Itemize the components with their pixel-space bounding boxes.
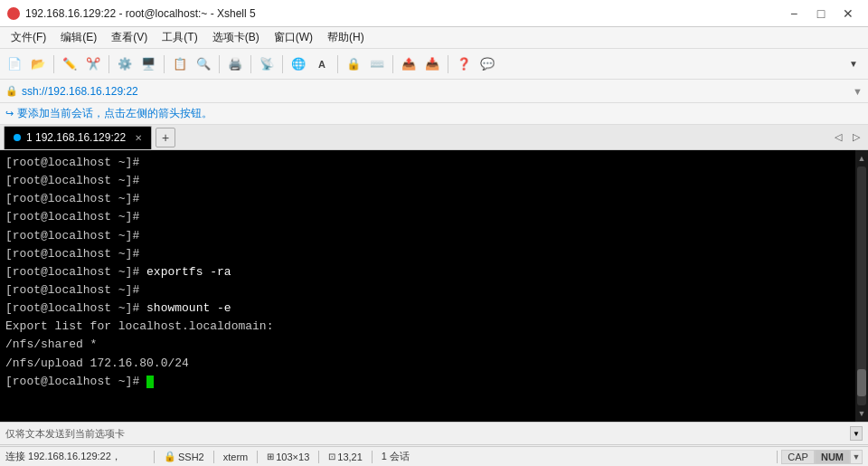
address-dropdown-icon[interactable]: ▼ xyxy=(853,86,863,97)
close-button[interactable]: ✕ xyxy=(835,5,861,23)
menu-edit[interactable]: 编辑(E) xyxy=(53,28,104,47)
tab-bar: 1 192.168.16.129:22 ✕ + ◁ ▷ xyxy=(0,125,868,150)
toolbar-lock[interactable]: 🔒 xyxy=(343,53,364,75)
toolbar-open[interactable]: 📂 xyxy=(27,53,49,75)
terminal-line-3: [root@localhost ~]# xyxy=(5,190,850,208)
menu-file[interactable]: 文件(F) xyxy=(4,28,53,47)
scroll-up-icon[interactable]: ▲ xyxy=(856,152,867,165)
scroll-down-icon[interactable]: ▼ xyxy=(856,407,867,420)
terminal-line-6: [root@localhost ~]# xyxy=(5,245,850,263)
sep5 xyxy=(250,55,251,73)
status-right: CAP NUM ▼ xyxy=(773,450,863,464)
toolbar-upload[interactable]: 📤 xyxy=(398,53,420,75)
terminal-line-5: [root@localhost ~]# xyxy=(5,227,850,245)
toolbar: 📄 📂 ✏️ ✂️ ⚙️ 🖥️ 📋 🔍 🖨️ 📡 🌐 A 🔒 ⌨️ 📤 📥 ❓ … xyxy=(0,49,868,80)
toolbar-chat[interactable]: 💬 xyxy=(476,53,498,75)
status-sep-3 xyxy=(257,451,258,463)
tab-nav-left[interactable]: ◁ xyxy=(830,129,846,146)
menu-bar: 文件(F) 编辑(E) 查看(V) 工具(T) 选项卡(B) 窗口(W) 帮助(… xyxy=(0,27,868,49)
size-icon: ⊞ xyxy=(267,452,274,461)
title-controls: − □ ✕ xyxy=(781,5,861,23)
status-ssh-label: SSH2 xyxy=(178,452,204,462)
status-term-label: xterm xyxy=(223,452,249,462)
status-sep-2 xyxy=(213,451,214,463)
toolbar-more[interactable]: ▼ xyxy=(843,53,864,75)
title-bar: 192.168.16.129:22 - root@localhost:~ - X… xyxy=(0,0,868,27)
status-size: ⊞ 103×13 xyxy=(261,452,315,462)
menu-tools[interactable]: 工具(T) xyxy=(155,28,204,47)
toolbar-download[interactable]: 📥 xyxy=(421,53,443,75)
toolbar-terminal[interactable]: 🖥️ xyxy=(137,53,159,75)
status-sep-1 xyxy=(154,451,155,463)
menu-window[interactable]: 窗口(W) xyxy=(267,28,320,47)
session-hint-bar: ↪ 要添加当前会话，点击左侧的箭头按钮。 xyxy=(0,103,868,125)
input-dropdown-button[interactable]: ▼ xyxy=(850,426,863,441)
status-sep-5 xyxy=(372,451,373,463)
tab-close-icon[interactable]: ✕ xyxy=(135,133,142,143)
address-text: ssh://192.168.16.129:22 xyxy=(22,85,849,98)
terminal-line-11: /nfs/shared * xyxy=(5,336,850,354)
status-sep-4 xyxy=(318,451,319,463)
toolbar-copy[interactable]: 📋 xyxy=(169,53,191,75)
sep7 xyxy=(337,55,338,73)
menu-help[interactable]: 帮助(H) xyxy=(320,28,372,47)
terminal-line-8: [root@localhost ~]# xyxy=(5,281,850,300)
toolbar-print[interactable]: 🖨️ xyxy=(224,53,246,75)
title-text: 192.168.16.129:22 - root@localhost:~ - X… xyxy=(25,7,256,20)
status-menu-dropdown[interactable]: ▼ xyxy=(850,450,863,464)
app-icon xyxy=(7,7,20,20)
maximize-button[interactable]: □ xyxy=(808,5,834,23)
status-bar: 连接 192.168.16.129:22， 🔒 SSH2 xterm ⊞ 103… xyxy=(0,446,868,466)
sep6 xyxy=(282,55,283,73)
terminal-line-12: /nfs/upload 172.16.80.0/24 xyxy=(5,355,850,373)
terminal-line-9: [root@localhost ~]# showmount -e xyxy=(5,300,850,318)
terminal-content[interactable]: [root@localhost ~]# [root@localhost ~]# … xyxy=(0,150,855,422)
terminal-line-10: Export list for localhost.localdomain: xyxy=(5,318,850,336)
session-hint-icon: ↪ xyxy=(5,108,14,119)
tab-active[interactable]: 1 192.168.16.129:22 ✕ xyxy=(4,126,152,149)
terminal-line-4: [root@localhost ~]# xyxy=(5,208,850,226)
status-term: xterm xyxy=(218,452,254,462)
menu-tabs[interactable]: 选项卡(B) xyxy=(205,28,267,47)
lock-icon: 🔒 xyxy=(5,85,18,97)
terminal-scrollbar: ▲ ▼ xyxy=(855,150,868,422)
toolbar-cut[interactable]: ✂️ xyxy=(82,53,104,75)
input-bar-text: 仅将文本发送到当前选项卡 xyxy=(5,427,125,441)
title-bar-left: 192.168.16.129:22 - root@localhost:~ - X… xyxy=(7,7,256,20)
session-hint-text: 要添加当前会话，点击左侧的箭头按钮。 xyxy=(17,106,212,121)
toolbar-edit[interactable]: ✏️ xyxy=(59,53,80,75)
cursor xyxy=(146,376,154,388)
menu-view[interactable]: 查看(V) xyxy=(104,28,155,47)
minimize-button[interactable]: − xyxy=(781,5,807,23)
toolbar-settings[interactable]: ⚙️ xyxy=(114,53,136,75)
status-pos: ⊡ 13,21 xyxy=(323,452,368,462)
tab-nav-buttons: ◁ ▷ xyxy=(830,129,864,146)
status-size-label: 103×13 xyxy=(276,452,309,462)
terminal-line-13: [root@localhost ~]# xyxy=(5,373,850,391)
tab-dot xyxy=(14,134,21,141)
scroll-track[interactable] xyxy=(857,166,866,405)
toolbar-new[interactable]: 📄 xyxy=(4,53,25,75)
tab-add-button[interactable]: + xyxy=(156,128,175,147)
pos-icon: ⊡ xyxy=(328,452,335,461)
scroll-thumb xyxy=(857,369,866,396)
toolbar-help[interactable]: ❓ xyxy=(453,53,475,75)
status-ssh: 🔒 SSH2 xyxy=(158,451,210,462)
sep4 xyxy=(219,55,220,73)
sep2 xyxy=(108,55,109,73)
toolbar-find[interactable]: 🔍 xyxy=(193,53,214,75)
sep9 xyxy=(448,55,448,73)
status-sep-6 xyxy=(777,451,778,463)
sep3 xyxy=(164,55,165,73)
tab-nav-right[interactable]: ▷ xyxy=(848,129,864,146)
toolbar-font[interactable]: A xyxy=(311,53,333,75)
terminal-wrapper: [root@localhost ~]# [root@localhost ~]# … xyxy=(0,150,868,422)
terminal-line-1: [root@localhost ~]# xyxy=(5,154,850,172)
status-pos-label: 13,21 xyxy=(337,452,363,462)
toolbar-transfer[interactable]: 📡 xyxy=(256,53,278,75)
toolbar-web[interactable]: 🌐 xyxy=(288,53,309,75)
status-sessions: 1 会话 xyxy=(376,450,415,463)
lock-small-icon: 🔒 xyxy=(164,451,176,462)
toolbar-keyboard[interactable]: ⌨️ xyxy=(366,53,388,75)
status-badge-num: NUM xyxy=(815,450,850,464)
